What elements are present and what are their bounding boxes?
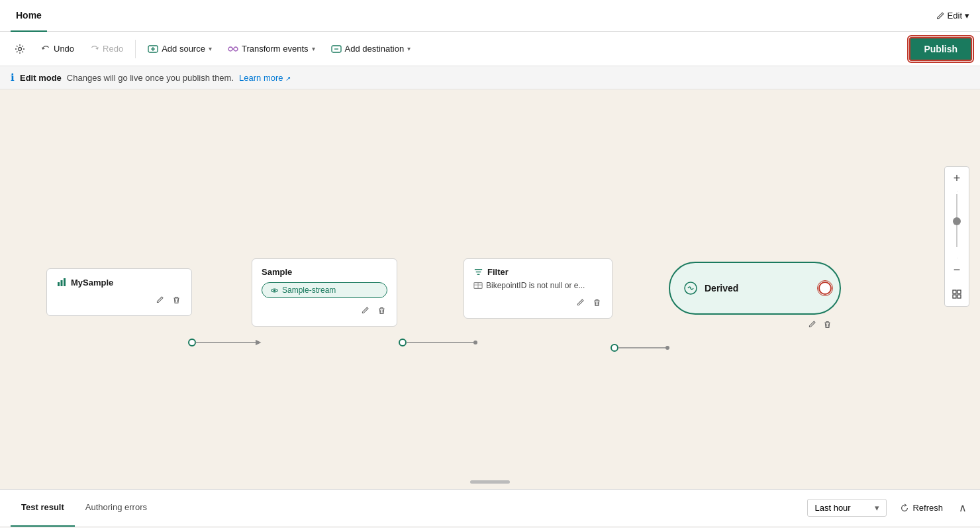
svg-rect-28 <box>953 290 956 293</box>
transform-events-button[interactable]: Transform events ▾ <box>221 40 322 58</box>
authoring-errors-label: Authoring errors <box>85 502 147 512</box>
undo-label: Undo <box>54 44 74 54</box>
collapse-button[interactable]: ∧ <box>956 499 969 517</box>
zoom-out-button[interactable]: − <box>945 258 969 282</box>
svg-point-14 <box>611 344 618 351</box>
external-link-icon: ↗ <box>285 75 291 82</box>
bottom-panel: Test result Authoring errors Last hour ▾… <box>0 489 980 526</box>
filter-edit-button[interactable] <box>575 297 586 310</box>
sample-edit-button[interactable] <box>360 305 371 318</box>
redo-icon <box>90 44 99 54</box>
add-source-label: Add source <box>162 44 205 54</box>
undo-button[interactable]: Undo <box>34 40 81 58</box>
svg-rect-18 <box>61 280 63 286</box>
sample-delete-button[interactable] <box>376 305 387 318</box>
publish-button[interactable]: Publish <box>909 37 972 61</box>
edit-label: Edit <box>948 11 962 21</box>
filter-condition: BikepointID is not null or e... <box>473 281 603 290</box>
info-icon: ℹ <box>11 72 15 83</box>
zoom-in-button[interactable]: + <box>945 167 969 191</box>
svg-point-9 <box>189 339 195 346</box>
filter-node-title: Filter <box>473 267 603 277</box>
add-destination-button[interactable]: Add destination ▾ <box>324 40 418 58</box>
add-destination-chevron-icon: ▾ <box>407 45 411 52</box>
svg-rect-17 <box>58 282 60 286</box>
derived-node[interactable]: Derived <box>669 262 841 315</box>
gear-icon <box>15 44 25 54</box>
home-tab-label: Home <box>16 10 42 21</box>
edit-mode-label: Edit mode <box>20 73 62 83</box>
svg-rect-30 <box>953 295 956 298</box>
stream-label: Sample-stream <box>282 286 336 295</box>
bottom-right: Last hour ▾ Refresh ∧ <box>807 499 969 517</box>
time-range-dropdown[interactable]: Last hour ▾ <box>807 499 887 517</box>
trash-icon <box>172 295 181 304</box>
sample-node[interactable]: Sample Sample-stream <box>252 258 397 327</box>
transform-chevron-icon: ▾ <box>312 45 315 52</box>
time-range-label: Last hour <box>814 503 850 513</box>
settings-button[interactable] <box>8 40 32 58</box>
banner-message: Changes will go live once you publish th… <box>67 73 234 83</box>
svg-point-20 <box>273 289 275 291</box>
trash-icon <box>593 298 601 307</box>
source-node-title: MySample <box>56 277 182 288</box>
add-source-button[interactable]: Add source ▾ <box>141 40 219 58</box>
source-edit-button[interactable] <box>154 294 166 307</box>
canvas-scroll-indicator <box>470 480 510 484</box>
edit-icon <box>361 306 369 315</box>
derived-delete-button[interactable] <box>822 319 833 332</box>
edit-banner: ℹ Edit mode Changes will go live once yo… <box>0 66 980 89</box>
filter-condition-text: BikepointID is not null or e... <box>486 281 585 290</box>
source-node[interactable]: MySample <box>46 268 192 316</box>
refresh-button[interactable]: Refresh <box>892 500 951 516</box>
edit-chevron-icon: ▾ <box>965 11 969 21</box>
add-destination-icon <box>331 44 342 54</box>
test-result-label: Test result <box>21 502 64 512</box>
divider-1 <box>135 40 136 58</box>
publish-label: Publish <box>924 44 957 54</box>
svg-rect-31 <box>957 290 961 293</box>
zoom-plus-icon: + <box>954 172 961 185</box>
redo-button[interactable]: Redo <box>83 40 130 58</box>
learn-more-link[interactable]: Learn more ↗ <box>239 73 291 83</box>
refresh-label: Refresh <box>912 503 943 513</box>
sample-node-actions <box>262 305 387 318</box>
sample-content: Sample-stream <box>262 282 387 298</box>
filter-icon <box>473 267 483 277</box>
home-tab[interactable]: Home <box>11 0 47 32</box>
svg-point-0 <box>19 47 22 50</box>
filter-title-text: Filter <box>487 267 509 277</box>
tab-test-result[interactable]: Test result <box>11 490 75 527</box>
zoom-slider[interactable] <box>956 191 957 258</box>
edit-icon <box>808 320 816 329</box>
undo-icon <box>41 44 50 54</box>
canvas[interactable]: MySample Sample Sample-stream <box>0 89 980 489</box>
zoom-track <box>956 194 957 247</box>
pencil-icon <box>936 11 945 21</box>
fit-icon <box>952 289 962 299</box>
zoom-thumb <box>953 217 961 225</box>
source-delete-button[interactable] <box>171 294 182 307</box>
derived-edit-button[interactable] <box>807 319 818 332</box>
table-icon <box>473 281 483 290</box>
edit-button[interactable]: Edit ▾ <box>936 11 969 21</box>
add-source-icon <box>148 44 158 54</box>
filter-delete-button[interactable] <box>591 297 603 310</box>
top-nav: Home Edit ▾ <box>0 0 980 32</box>
stream-chip: Sample-stream <box>262 282 387 298</box>
edit-icon <box>576 298 585 307</box>
zoom-fit-button[interactable] <box>945 282 969 306</box>
derived-actions <box>807 319 833 332</box>
nav-left: Home <box>11 0 47 32</box>
add-source-chevron-icon: ▾ <box>209 45 212 52</box>
tab-authoring-errors[interactable]: Authoring errors <box>75 490 158 527</box>
derived-icon <box>683 281 698 295</box>
filter-node-actions <box>473 297 603 310</box>
filter-node[interactable]: Filter BikepointID is not null or e... <box>464 258 612 319</box>
derived-output-dot-red[interactable] <box>818 282 832 295</box>
stream-icon <box>270 286 279 295</box>
zoom-controls: + − <box>944 166 969 307</box>
nav-right: Edit ▾ <box>936 11 969 21</box>
learn-more-label: Learn more <box>239 73 283 83</box>
svg-point-4 <box>228 47 232 51</box>
